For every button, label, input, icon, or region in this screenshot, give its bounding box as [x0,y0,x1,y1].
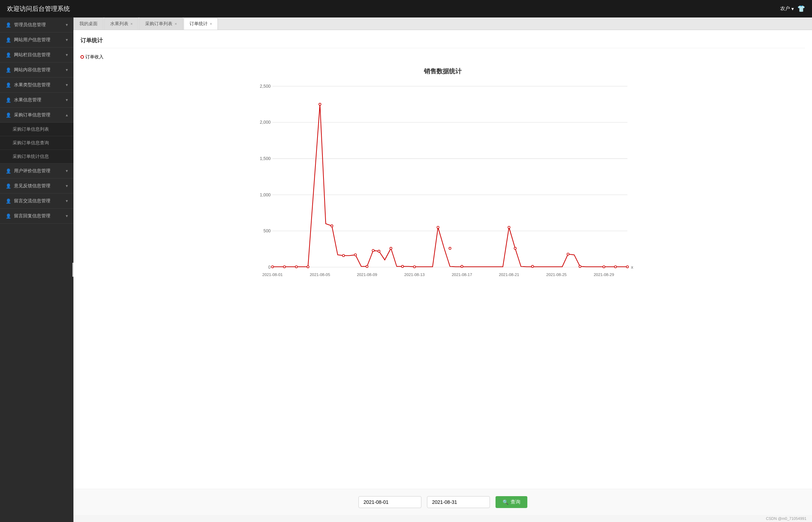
svg-point-43 [603,266,605,268]
user-icon: 👤 [6,97,11,103]
sidebar-label: 网站用户信息管理 [14,37,50,43]
bottom-controls: 🔍 查询 [73,489,812,515]
svg-text:500: 500 [263,229,271,233]
svg-text:1,000: 1,000 [260,193,271,197]
svg-point-40 [532,265,534,267]
header-username: 农户 [780,6,790,12]
sidebar-label: 网站栏目信息管理 [14,52,50,58]
chevron-down-icon: ▾ [66,22,68,27]
end-date-input[interactable] [427,496,490,508]
sidebar-item-purchase-order[interactable]: 👤 采购订单信息管理 ▴ [0,108,73,123]
svg-text:2021-08-09: 2021-08-09 [357,273,377,277]
footer: CSDN @m0_71054991 [73,515,812,522]
sidebar-label: 水果类型信息管理 [14,82,50,88]
tab-desktop[interactable]: 我的桌面 [73,17,104,30]
user-icon: 👤 [6,67,11,73]
svg-point-42 [579,265,581,267]
svg-text:2021-08-05: 2021-08-05 [310,273,330,277]
sidebar-item-purchase-query[interactable]: 采购订单信息查询 [0,136,73,150]
sidebar-item-fruit-info[interactable]: 👤 水果信息管理 ▾ [0,93,73,108]
sidebar-label: 管理员信息管理 [14,22,46,28]
svg-point-35 [437,226,439,229]
sidebar-item-fruit-type[interactable]: 👤 水果类型信息管理 ▾ [0,78,73,93]
sidebar-item-purchase-list[interactable]: 采购订单信息列表 [0,123,73,136]
user-icon: 👤 [6,82,11,88]
svg-text:2021-08-21: 2021-08-21 [499,273,519,277]
page-title: 订单统计 [80,37,805,48]
close-icon[interactable]: × [130,22,133,26]
sidebar-label: 水果信息管理 [14,97,41,103]
svg-point-27 [342,254,344,256]
tab-label: 采购订单列表 [145,21,172,27]
sidebar-item-purchase-stats[interactable]: 采购订单统计信息 [0,150,73,164]
chevron-down-icon: ▾ [66,213,68,218]
svg-point-22 [283,266,285,268]
chevron-down-icon: ▾ [66,168,68,173]
svg-point-23 [295,266,297,268]
sidebar-label: 意见反馈信息管理 [14,183,50,189]
chevron-down-icon: ▾ [66,52,68,57]
chevron-down-icon: ▾ [66,67,68,72]
user-icon: 👤 [6,113,11,118]
chevron-down-icon: ▾ [66,37,68,42]
close-icon[interactable]: × [210,22,212,26]
start-date-input[interactable] [358,496,421,508]
header-title: 欢迎访问后台管理系统 [7,5,70,13]
sidebar-item-user-review[interactable]: 👤 用户评价信息管理 ▾ [0,164,73,179]
sidebar-label: 采购订单信息管理 [14,112,50,118]
svg-point-29 [366,265,368,267]
sidebar-item-site-content[interactable]: 👤 网站内容信息管理 ▾ [0,63,73,78]
search-label: 查询 [511,499,520,505]
header-user[interactable]: 农户 ▾ [780,6,794,12]
search-icon: 🔍 [503,499,508,505]
legend-label: 订单收入 [85,54,104,60]
sidebar-item-site-nav[interactable]: 👤 网站栏目信息管理 ▾ [0,48,73,63]
search-button[interactable]: 🔍 查询 [496,496,527,508]
sidebar-collapse-button[interactable]: ‹ [72,263,73,277]
svg-text:x: x [631,265,634,270]
chart-wrapper: 0 500 1,000 1,500 2,000 2,500 2021-08-01… [80,79,805,282]
user-icon: 👤 [6,213,11,219]
content-area: 我的桌面 水果列表 × 采购订单列表 × 订单统计 × 订单统计 订单收 [73,17,812,522]
user-icon: 👤 [6,22,11,28]
sidebar-label: 网站内容信息管理 [14,67,50,73]
tab-label: 我的桌面 [79,21,98,27]
svg-point-41 [567,253,569,255]
tab-fruit-list[interactable]: 水果列表 × [104,17,138,30]
close-icon[interactable]: × [174,22,177,26]
tab-order-stats[interactable]: 订单统计 × [184,17,218,30]
svg-point-32 [390,247,392,249]
chart-container: 销售数据统计 0 50 [80,64,805,482]
svg-point-39 [514,247,516,249]
tab-label: 订单统计 [190,21,208,27]
footer-text: CSDN @m0_71054991 [766,516,806,521]
svg-point-36 [449,247,451,249]
svg-text:1,500: 1,500 [260,156,271,161]
shirt-icon[interactable]: 👕 [797,5,805,13]
chevron-down-icon: ▾ [66,183,68,188]
sidebar-item-admin-info[interactable]: 👤 管理员信息管理 ▾ [0,17,73,32]
header-right: 农户 ▾ 👕 [780,5,805,13]
chevron-up-icon: ▴ [66,113,68,117]
svg-point-21 [271,266,273,268]
legend-item-order-income: 订单收入 [80,54,104,60]
svg-text:2021-08-17: 2021-08-17 [452,273,472,277]
user-icon: 👤 [6,168,11,174]
chevron-down-icon: ▾ [66,97,68,102]
svg-text:2021-08-01: 2021-08-01 [262,273,283,277]
sidebar-item-reply[interactable]: 👤 留言回复信息管理 ▾ [0,209,73,224]
sidebar-item-site-user[interactable]: 👤 网站用户信息管理 ▾ [0,32,73,48]
sidebar-item-feedback[interactable]: 👤 意见反馈信息管理 ▾ [0,179,73,194]
main-layout: 👤 管理员信息管理 ▾ 👤 网站用户信息管理 ▾ 👤 网站栏目信息管理 ▾ 👤 … [0,17,812,522]
user-icon: 👤 [6,183,11,189]
user-icon: 👤 [6,52,11,58]
tab-purchase-order-list[interactable]: 采购订单列表 × [139,17,183,30]
svg-point-24 [307,266,309,268]
tab-label: 水果列表 [110,21,128,27]
sidebar-item-message[interactable]: 👤 留言交流信息管理 ▾ [0,194,73,209]
svg-text:2021-08-25: 2021-08-25 [546,273,567,277]
header: 欢迎访问后台管理系统 农户 ▾ 👕 [0,0,812,17]
svg-text:2021-08-29: 2021-08-29 [594,273,614,277]
svg-text:0: 0 [268,265,271,270]
svg-text:2,500: 2,500 [260,84,271,89]
